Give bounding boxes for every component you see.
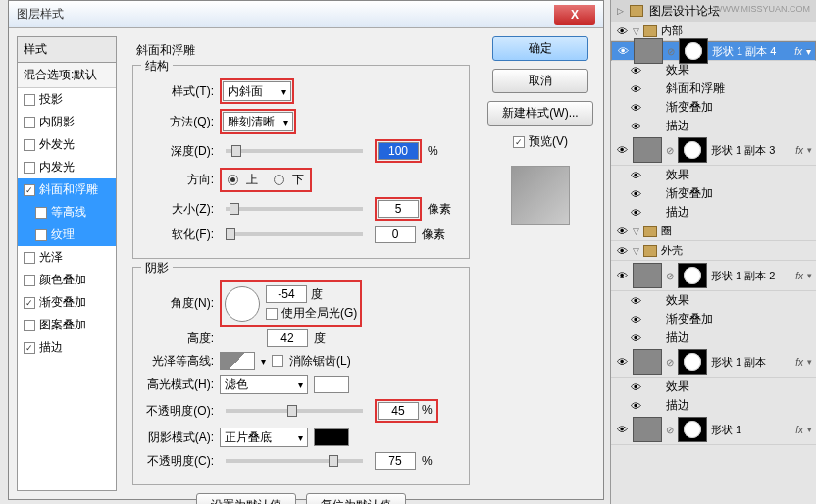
visibility-icon[interactable]: 👁 <box>629 65 642 76</box>
effect-row[interactable]: 👁描边 <box>611 328 816 347</box>
chevron-icon[interactable]: ▾ <box>807 145 812 155</box>
style-checkbox[interactable] <box>24 117 35 128</box>
size-slider[interactable] <box>226 207 363 211</box>
chevron-icon[interactable]: ▾ <box>806 46 811 56</box>
visibility-icon[interactable]: 👁 <box>616 45 630 57</box>
visibility-icon[interactable]: 👁 <box>629 295 642 307</box>
style-item[interactable]: 纹理 <box>18 224 116 246</box>
layer-row[interactable]: 👁⊘形状 1 副本 2fx▾ <box>611 261 816 291</box>
chevron-icon[interactable]: ▾ <box>807 271 812 280</box>
visibility-icon[interactable]: 👁 <box>615 226 629 237</box>
visibility-icon[interactable]: 👁 <box>629 207 642 219</box>
cancel-button[interactable]: 取消 <box>492 69 588 93</box>
reset-default-button[interactable]: 复位为默认值 <box>306 493 406 504</box>
shadow-opacity-input[interactable]: 75 <box>375 452 416 470</box>
soften-input[interactable]: 0 <box>375 226 416 243</box>
visibility-icon[interactable]: 👁 <box>629 381 642 393</box>
depth-slider[interactable] <box>226 149 363 153</box>
highlight-color[interactable] <box>314 376 349 393</box>
style-checkbox[interactable] <box>35 207 47 219</box>
style-item[interactable]: 等高线 <box>18 201 116 224</box>
visibility-icon[interactable]: 👁 <box>615 245 629 257</box>
effect-row[interactable]: 👁渐变叠加 <box>611 184 816 203</box>
layer-group[interactable]: 👁▽圈 <box>611 222 816 241</box>
style-checkbox[interactable] <box>24 320 35 331</box>
set-default-button[interactable]: 设置为默认值 <box>196 493 296 504</box>
visibility-icon[interactable]: 👁 <box>629 188 642 200</box>
altitude-input[interactable]: 42 <box>267 329 308 347</box>
effect-row[interactable]: 👁描边 <box>611 396 816 415</box>
style-checkbox[interactable] <box>35 229 47 241</box>
style-item[interactable]: 图案叠加 <box>18 314 116 336</box>
soften-slider[interactable] <box>226 232 363 236</box>
effect-row[interactable]: 👁渐变叠加 <box>611 310 816 328</box>
effect-row[interactable]: 👁描边 <box>611 203 816 222</box>
visibility-icon[interactable]: 👁 <box>615 424 629 435</box>
style-item[interactable]: 光泽 <box>18 246 116 269</box>
effect-row[interactable]: 👁渐变叠加 <box>611 98 816 117</box>
visibility-icon[interactable]: 👁 <box>629 121 642 132</box>
style-item[interactable]: 内阴影 <box>18 111 116 133</box>
close-button[interactable]: X <box>554 5 595 25</box>
titlebar[interactable]: 图层样式 X <box>9 1 603 28</box>
visibility-icon[interactable]: 👁 <box>629 83 642 95</box>
style-checkbox[interactable] <box>24 94 35 106</box>
shadow-color[interactable] <box>314 428 349 446</box>
visibility-icon[interactable]: 👁 <box>629 170 642 181</box>
layer-row[interactable]: 👁⊘形状 1 副本fx▾ <box>611 347 816 378</box>
global-light-checkbox[interactable] <box>266 308 278 320</box>
angle-dial[interactable] <box>225 286 260 322</box>
visibility-icon[interactable]: 👁 <box>615 270 629 281</box>
size-input[interactable]: 5 <box>378 200 419 218</box>
effect-row[interactable]: 👁效果 <box>611 378 816 396</box>
style-checkbox[interactable] <box>24 252 35 264</box>
style-item[interactable]: 投影 <box>18 88 116 111</box>
layer-group[interactable]: 👁▽外壳 <box>611 241 816 261</box>
style-item[interactable]: 描边 <box>18 336 116 359</box>
visibility-icon[interactable]: 👁 <box>629 400 642 412</box>
chevron-icon[interactable]: ▾ <box>807 357 812 367</box>
method-select[interactable]: 雕刻清晰 <box>223 112 293 131</box>
style-checkbox[interactable] <box>24 297 35 309</box>
style-checkbox[interactable] <box>24 342 35 354</box>
visibility-icon[interactable]: 👁 <box>615 144 629 156</box>
effect-row[interactable]: 👁效果 <box>611 166 816 184</box>
style-item[interactable]: 外发光 <box>18 133 116 156</box>
style-checkbox[interactable] <box>24 275 35 286</box>
highlight-opacity-slider[interactable] <box>226 409 363 413</box>
ok-button[interactable]: 确定 <box>492 36 588 61</box>
effect-row[interactable]: 👁斜面和浮雕 <box>611 79 816 98</box>
shadow-mode-select[interactable]: 正片叠底 <box>220 428 308 447</box>
effect-row[interactable]: 👁效果 <box>611 291 816 310</box>
style-item[interactable]: 颜色叠加 <box>18 269 116 291</box>
layer-row[interactable]: 👁⊘形状 1fx▾ <box>611 415 816 445</box>
visibility-icon[interactable]: 👁 <box>629 332 642 344</box>
preview-checkbox[interactable] <box>513 136 525 148</box>
visibility-icon[interactable]: 👁 <box>615 25 629 37</box>
blend-options[interactable]: 混合选项:默认 <box>18 63 116 88</box>
depth-input[interactable]: 100 <box>378 142 419 160</box>
style-item[interactable]: 内发光 <box>18 156 116 178</box>
highlight-mode-select[interactable]: 滤色 <box>220 375 308 394</box>
style-checkbox[interactable] <box>24 139 35 151</box>
style-item[interactable]: 斜面和浮雕 <box>18 178 116 201</box>
layer-row[interactable]: 👁⊘形状 1 副本 3fx▾ <box>611 135 816 166</box>
style-checkbox[interactable] <box>24 162 35 174</box>
dir-up-radio[interactable] <box>228 175 238 185</box>
shadow-opacity-slider[interactable] <box>226 459 363 463</box>
layer-row[interactable]: 👁⊘形状 1 副本 4fx▾ <box>611 41 816 61</box>
visibility-icon[interactable]: 👁 <box>629 102 642 114</box>
visibility-icon[interactable]: 👁 <box>629 314 642 326</box>
antialias-checkbox[interactable] <box>272 355 283 367</box>
new-style-button[interactable]: 新建样式(W)... <box>487 101 592 126</box>
style-checkbox[interactable] <box>24 184 35 196</box>
visibility-icon[interactable]: 👁 <box>615 356 629 368</box>
highlight-opacity-input[interactable]: 45 <box>378 402 419 420</box>
gloss-contour[interactable] <box>220 352 255 370</box>
dir-down-radio[interactable] <box>274 175 284 185</box>
effect-row[interactable]: 👁描边 <box>611 117 816 135</box>
style-select[interactable]: 内斜面 <box>223 81 291 101</box>
chevron-icon[interactable]: ▾ <box>807 425 812 434</box>
angle-input[interactable]: -54 <box>266 285 307 303</box>
style-item[interactable]: 渐变叠加 <box>18 291 116 314</box>
